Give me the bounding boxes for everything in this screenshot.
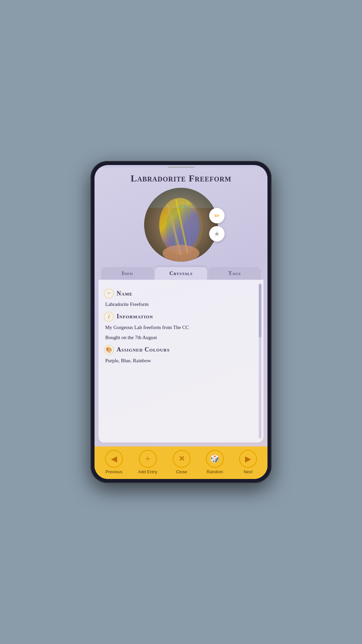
nav-next[interactable]: ▶ Next xyxy=(239,450,257,474)
top-bar xyxy=(95,165,267,168)
nav-random[interactable]: 🎲 Random xyxy=(206,450,224,474)
header-section: Labradorite Freeform xyxy=(95,168,267,262)
previous-button[interactable]: ◀ xyxy=(105,450,123,468)
information-line1: My Gorgeous Lab freeform from The CC xyxy=(105,324,257,331)
tabs-container: Info Crystals Tags xyxy=(101,267,261,280)
next-label: Next xyxy=(244,469,253,474)
star-icon: ★ xyxy=(214,230,220,238)
close-button[interactable]: ✕ xyxy=(173,450,191,468)
app-container: Labradorite Freeform xyxy=(95,168,267,479)
content-area: ··· Name Labradorite Freeform i Informat… xyxy=(99,280,263,442)
name-section-title: Name xyxy=(117,290,132,297)
edit-icon: ✏ xyxy=(214,212,220,220)
bottom-nav: ◀ Previous + Add Entry ✕ Close xyxy=(95,446,267,479)
edit-button[interactable]: ✏ xyxy=(209,208,225,223)
add-icon: + xyxy=(145,453,150,464)
colours-section-title: Assigned Colours xyxy=(117,346,170,353)
scrollbar-track[interactable] xyxy=(259,284,261,438)
next-button[interactable]: ▶ xyxy=(239,450,257,468)
crystal-title: Labradorite Freeform xyxy=(131,173,232,184)
add-button[interactable]: + xyxy=(139,450,157,468)
add-label: Add Entry xyxy=(138,469,157,474)
random-icon: 🎲 xyxy=(210,454,219,463)
tab-crystals[interactable]: Crystals xyxy=(155,267,207,280)
image-container: ✏ ★ xyxy=(144,188,218,262)
random-label: Random xyxy=(206,469,223,474)
action-buttons: ✏ ★ xyxy=(209,208,225,241)
colours-icon: 🎨 xyxy=(104,345,114,355)
nav-add[interactable]: + Add Entry xyxy=(138,450,157,474)
information-section-header: i Information xyxy=(104,312,257,322)
information-section-title: Information xyxy=(117,313,153,320)
close-icon: ✕ xyxy=(179,454,185,463)
previous-icon: ◀ xyxy=(111,454,117,464)
next-icon: ▶ xyxy=(245,454,251,464)
name-icon: ··· xyxy=(104,288,114,299)
favorite-button[interactable]: ★ xyxy=(209,226,225,241)
info-icon: i xyxy=(104,312,114,322)
previous-label: Previous xyxy=(105,469,122,474)
name-section-header: ··· Name xyxy=(104,288,257,299)
information-line2: Bought on the 7th August xyxy=(105,334,257,341)
crystal-image xyxy=(144,188,218,262)
tab-info[interactable]: Info xyxy=(101,267,154,280)
close-label: Close xyxy=(176,469,187,474)
tab-tags[interactable]: Tags xyxy=(208,267,261,280)
phone-screen: Labradorite Freeform xyxy=(95,165,267,479)
colours-value: Purple, Blue, Rainbow xyxy=(105,357,257,365)
nav-previous[interactable]: ◀ Previous xyxy=(105,450,123,474)
colours-section-header: 🎨 Assigned Colours xyxy=(104,345,257,355)
nav-close[interactable]: ✕ Close xyxy=(173,450,191,474)
random-button[interactable]: 🎲 xyxy=(206,450,224,468)
svg-rect-11 xyxy=(144,188,218,208)
scrollbar-thumb xyxy=(259,284,261,337)
phone-frame: Labradorite Freeform xyxy=(90,161,272,483)
name-value: Labradorite Freeform xyxy=(105,301,257,308)
svg-point-10 xyxy=(163,245,199,262)
